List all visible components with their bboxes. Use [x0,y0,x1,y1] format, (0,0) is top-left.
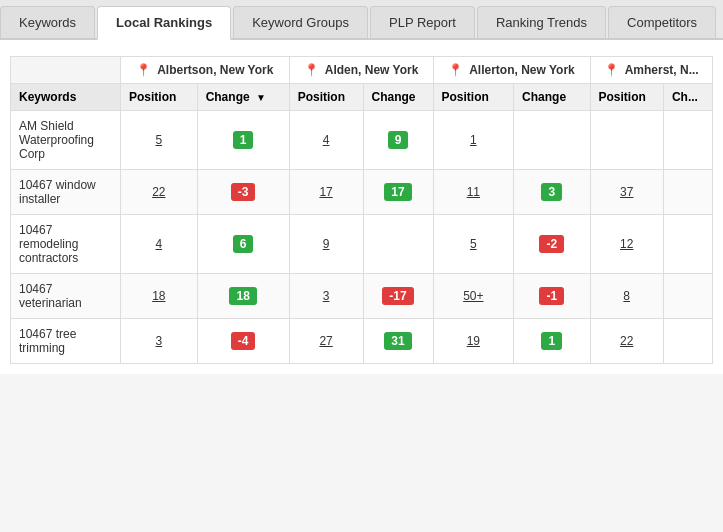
tab-bar: Keywords Local Rankings Keyword Groups P… [0,0,723,40]
keyword-cell: 10467 window installer [11,170,121,215]
pin-icon-amherst: 📍 [604,63,619,77]
change-cell: 3 [514,170,590,215]
change-badge: 9 [388,131,409,149]
change-badge: -2 [539,235,564,253]
position-value: 17 [319,185,332,199]
change-cell: 9 [363,111,433,170]
table-body: AM Shield Waterproofing Corp5149110467 w… [11,111,713,364]
position-value: 50+ [463,289,483,303]
position-cell: 3 [121,319,198,364]
position-cell: 11 [433,170,514,215]
change-cell [663,111,712,170]
change-badge: -1 [539,287,564,305]
amherst-change-header: Ch... [663,84,712,111]
position-cell: 4 [289,111,363,170]
position-value: 3 [155,334,162,348]
main-content: 📍 Albertson, New York 📍 Alden, New York … [0,40,723,374]
position-cell: 5 [121,111,198,170]
position-cell: 9 [289,215,363,274]
location-allerton: 📍 Allerton, New York [433,57,590,84]
table-row: AM Shield Waterproofing Corp51491 [11,111,713,170]
position-value: 12 [620,237,633,251]
position-value: 11 [467,185,480,199]
table-row: 10467 tree trimming3-4273119122 [11,319,713,364]
change-badge: -17 [382,287,413,305]
keyword-cell: 10467 tree trimming [11,319,121,364]
position-value: 22 [620,334,633,348]
change-cell: -2 [514,215,590,274]
position-value: 8 [623,289,630,303]
position-value: 4 [323,133,330,147]
position-cell: 4 [121,215,198,274]
location-amherst: 📍 Amherst, N... [590,57,712,84]
pin-icon-alden: 📍 [304,63,319,77]
tab-keywords[interactable]: Keywords [0,6,95,38]
position-value: 37 [620,185,633,199]
allerton-change-header: Change [514,84,590,111]
change-cell: 1 [197,111,289,170]
tab-keyword-groups[interactable]: Keyword Groups [233,6,368,38]
position-cell [590,111,663,170]
position-cell: 37 [590,170,663,215]
change-cell [514,111,590,170]
sort-arrow: ▼ [256,92,266,103]
rankings-table: 📍 Albertson, New York 📍 Alden, New York … [10,56,713,364]
albertson-position-header: Position [121,84,198,111]
change-badge: -3 [231,183,256,201]
change-cell [663,215,712,274]
change-badge: 1 [233,131,254,149]
change-badge: 17 [384,183,411,201]
tab-plp-report[interactable]: PLP Report [370,6,475,38]
table-row: 10467 veterinarian18183-1750+-18 [11,274,713,319]
keyword-cell: 10467 veterinarian [11,274,121,319]
position-value: 5 [155,133,162,147]
change-cell: -3 [197,170,289,215]
position-cell: 22 [121,170,198,215]
albertson-change-header[interactable]: Change ▼ [197,84,289,111]
table-row: 10467 remodeling contractors4695-212 [11,215,713,274]
change-badge: 18 [229,287,256,305]
location-albertson: 📍 Albertson, New York [121,57,290,84]
pin-icon-allerton: 📍 [448,63,463,77]
change-cell: 1 [514,319,590,364]
alden-position-header: Position [289,84,363,111]
position-value: 3 [323,289,330,303]
position-value: 27 [319,334,332,348]
tab-local-rankings[interactable]: Local Rankings [97,6,231,40]
position-cell: 22 [590,319,663,364]
position-cell: 3 [289,274,363,319]
change-cell: 18 [197,274,289,319]
location-alden: 📍 Alden, New York [289,57,433,84]
change-badge: 1 [541,332,562,350]
change-cell: 6 [197,215,289,274]
keyword-cell: AM Shield Waterproofing Corp [11,111,121,170]
column-headers-row: Keywords Position Change ▼ Position Chan… [11,84,713,111]
pin-icon-albertson: 📍 [136,63,151,77]
locations-header-row: 📍 Albertson, New York 📍 Alden, New York … [11,57,713,84]
change-cell: 17 [363,170,433,215]
position-value: 4 [155,237,162,251]
position-value: 19 [467,334,480,348]
change-cell: 31 [363,319,433,364]
alden-change-header: Change [363,84,433,111]
position-cell: 5 [433,215,514,274]
position-value: 18 [152,289,165,303]
position-cell: 8 [590,274,663,319]
tabs-container: Keywords Local Rankings Keyword Groups P… [0,0,723,40]
change-cell [663,170,712,215]
position-cell: 18 [121,274,198,319]
position-cell: 27 [289,319,363,364]
tab-competitors[interactable]: Competitors [608,6,716,38]
position-cell: 17 [289,170,363,215]
change-cell [663,274,712,319]
change-cell: -1 [514,274,590,319]
table-row: 10467 window installer22-3171711337 [11,170,713,215]
position-value: 5 [470,237,477,251]
amherst-position-header: Position [590,84,663,111]
position-cell: 1 [433,111,514,170]
tab-ranking-trends[interactable]: Ranking Trends [477,6,606,38]
position-value: 22 [152,185,165,199]
keyword-column-header: Keywords [11,84,121,111]
position-cell: 19 [433,319,514,364]
change-cell: -17 [363,274,433,319]
